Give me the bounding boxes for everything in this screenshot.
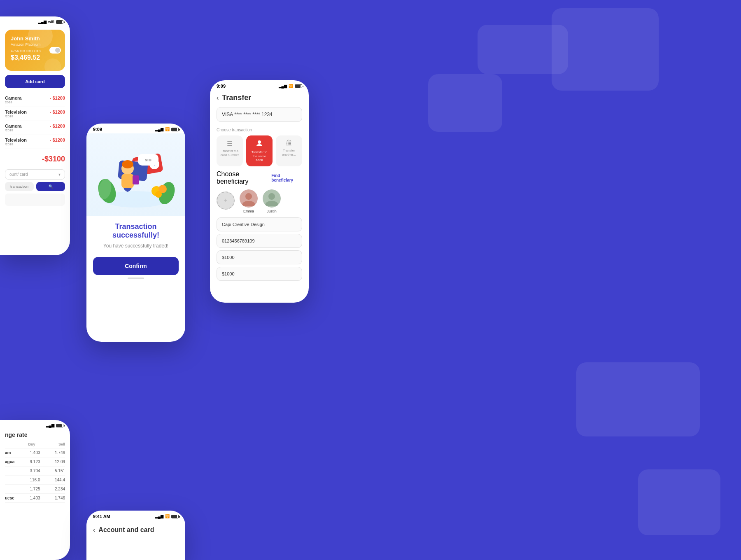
emma-avatar — [240, 189, 258, 208]
beneficiary-justin[interactable]: Justin — [263, 189, 281, 213]
transaction-amount: - $1200 — [50, 138, 65, 142]
emma-avatar-image — [240, 189, 258, 208]
status-bar-account: 9:41 AM ▂▄▆ 🛜 — [86, 511, 185, 520]
wifi-icon-card: wifi — [48, 20, 54, 24]
card-toggle[interactable] — [49, 47, 61, 54]
filter-row: transaction 🔍 — [5, 182, 65, 191]
transaction-info: Television /2018 — [5, 110, 27, 118]
exchange-col-sell: Sell — [58, 442, 65, 446]
tx-type-label-2: Transfer tothe same bank — [249, 150, 270, 162]
signal-icon-transfer: ▂▄▆ — [279, 84, 287, 88]
beneficiary-list: + Emma Justin — [210, 188, 309, 215]
phone-account: 9:41 AM ▂▄▆ 🛜 ‹ Account and card — [86, 511, 185, 560]
status-icons-card: ▂▄▆ wifi — [38, 20, 63, 24]
illustration-content: + ✓ — [86, 133, 185, 216]
svg-text:✉ ✉: ✉ ✉ — [145, 159, 151, 162]
exchange-col-buy: Buy — [28, 442, 35, 446]
table-row: 3.704 5.151 — [5, 467, 65, 476]
success-svg: + ✓ — [95, 138, 177, 212]
tx-type-label-1: Transfer viacard number — [221, 149, 239, 157]
filter-bar — [5, 194, 65, 206]
account-back-button[interactable]: ‹ — [93, 526, 95, 534]
add-icon: + — [224, 197, 227, 204]
confirm-button[interactable]: Confirm — [93, 257, 179, 275]
card-toggle-knob — [55, 48, 60, 53]
find-beneficiary-link[interactable]: Find beneficiary — [271, 173, 302, 182]
battery-icon-exchange — [56, 424, 63, 427]
filter-search-btn[interactable]: 🔍 — [36, 182, 65, 191]
beneficiary-add[interactable]: + — [217, 191, 235, 211]
card-widget: John Smith Amazon Platinium 4756 •••• ••… — [5, 30, 65, 71]
status-bar-card: ▂▄▆ wifi — [0, 16, 70, 26]
account-selector-label: ount/ card — [9, 172, 28, 177]
account-header: ‹ Account and card — [86, 520, 185, 536]
person-icon — [256, 140, 263, 147]
same-bank-icon — [256, 140, 263, 149]
justin-avatar — [263, 189, 281, 208]
status-time-account: 9:41 AM — [93, 514, 110, 519]
exchange-header: Buy Sell — [5, 441, 65, 448]
wifi-icon-account: 🛜 — [165, 514, 170, 518]
account-selector[interactable]: ount/ card ▾ — [5, 169, 65, 180]
svg-rect-15 — [121, 174, 134, 188]
phone-transfer: 9:09 ▂▄▆ 🛜 ‹ Transfer VISA **** **** ***… — [210, 80, 309, 303]
status-icons-transfer: ▂▄▆ 🛜 — [279, 84, 302, 88]
svg-point-25 — [268, 193, 275, 200]
add-card-button[interactable]: Add card — [5, 75, 65, 88]
choose-transaction-label: Choose transaction — [210, 125, 309, 134]
justin-name: Justin — [267, 209, 277, 213]
table-row: Television /2018 - $1200 — [5, 135, 65, 149]
phone-success: 9:09 ▂▄▆ 🛜 — [86, 124, 185, 342]
phone-exchange: ▂▄▆ nge rate Buy Sell am 1.403 1.746 agu… — [0, 420, 70, 560]
scroll-indicator — [128, 278, 144, 279]
card-number-input[interactable]: VISA **** **** **** 1234 — [217, 107, 302, 122]
table-row: uese 1.403 1.746 — [5, 494, 65, 503]
amount-input[interactable]: $1000 — [217, 250, 302, 264]
success-subtitle: You have successfully traded! — [86, 243, 185, 249]
card-number-icon: ☰ — [227, 140, 233, 147]
table-row: 116.0 144.4 — [5, 476, 65, 485]
svg-point-14 — [122, 160, 133, 168]
justin-avatar-image — [263, 189, 281, 208]
beneficiary-section-header: Choose beneficiary Find beneficiary — [210, 168, 309, 188]
table-row: Camera /2018 - $1200 — [5, 121, 65, 135]
svg-point-22 — [245, 193, 252, 200]
account-number-input[interactable]: 0123456789109 — [217, 234, 302, 248]
beneficiary-add-avatar: + — [217, 191, 235, 210]
svg-point-20 — [258, 140, 261, 144]
battery-icon-success — [171, 128, 179, 131]
status-time-success: 9:09 — [93, 127, 102, 132]
back-button[interactable]: ‹ — [217, 94, 219, 102]
account-title: Account and card — [98, 526, 154, 534]
total-amount: -$3100 — [0, 152, 70, 167]
bg-decoration-2 — [576, 362, 700, 436]
svg-rect-16 — [133, 175, 139, 184]
tx-type-card-number[interactable]: ☰ Transfer viacard number — [217, 135, 243, 166]
bank-icon: 🏛 — [286, 140, 292, 147]
wifi-icon-transfer: 🛜 — [289, 84, 293, 88]
emma-name: Emma — [243, 209, 254, 213]
table-row: am 1.403 1.746 — [5, 448, 65, 457]
status-bar-transfer: 9:09 ▂▄▆ 🛜 — [210, 80, 309, 90]
choose-beneficiary-label: Choose beneficiary — [217, 170, 271, 185]
tx-type-label-3: Transferanother... — [282, 149, 296, 156]
battery-icon-card — [56, 20, 63, 24]
signal-icon-account: ▂▄▆ — [155, 514, 163, 518]
table-row: Television /2018 - $1200 — [5, 107, 65, 121]
transaction-amount: - $1200 — [50, 124, 65, 128]
signal-icon-exchange: ▂▄▆ — [46, 423, 54, 427]
signal-icon-card: ▂▄▆ — [38, 20, 47, 24]
battery-icon-transfer — [295, 84, 302, 88]
beneficiary-emma[interactable]: Emma — [240, 189, 258, 213]
exchange-title: nge rate — [0, 429, 70, 441]
filter-transaction-btn[interactable]: transaction — [5, 182, 34, 191]
tx-type-same-bank[interactable]: Transfer tothe same bank — [246, 135, 273, 166]
success-illustration: + ✓ — [86, 133, 185, 216]
status-icons-success: ▂▄▆ 🛜 — [155, 127, 179, 131]
table-row: Camera 2018 - $1200 — [5, 93, 65, 107]
recipient-name-input[interactable]: Capi Creative Design — [217, 217, 302, 231]
success-title: Transaction successfully! — [86, 216, 185, 243]
table-row: 1.725 2.234 — [5, 485, 65, 494]
fee-input[interactable]: $1000 — [217, 267, 302, 281]
tx-type-another[interactable]: 🏛 Transferanother... — [276, 135, 302, 166]
